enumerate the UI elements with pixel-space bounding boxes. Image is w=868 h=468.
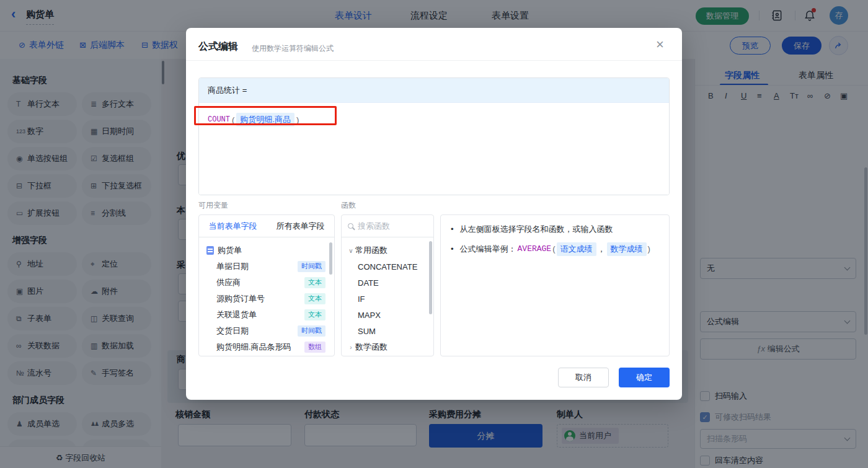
variable-item[interactable]: 源购货订单号文本 (199, 291, 334, 307)
functions-panel: ∨常用函数 CONCATENATE DATE IF MAPX SUM ›数学函数… (341, 214, 434, 356)
function-item[interactable]: DATE (342, 275, 433, 291)
type-badge: 文本 (304, 277, 326, 288)
function-search (342, 215, 433, 237)
equals-sign: = (242, 86, 247, 95)
function-group-math[interactable]: ›数学函数 (342, 339, 433, 355)
type-badge: 时间戳 (298, 325, 326, 336)
formula-target-field: 商品统计 (208, 85, 240, 96)
close-icon[interactable]: × (656, 37, 664, 53)
function-item[interactable]: IF (342, 291, 433, 307)
type-badge: 时间戳 (298, 261, 326, 272)
variable-item[interactable]: 供应商文本 (199, 275, 334, 291)
variables-panel: 当前表单字段 所有表单字段 购货单 单据日期时间戳 供应商文本 源购货订单号文本… (198, 214, 335, 356)
red-annotation-box (194, 106, 337, 125)
confirm-button[interactable]: 确定 (619, 368, 670, 387)
cancel-button[interactable]: 取消 (558, 368, 609, 387)
tip-line-1: •从左侧面板选择字段名和函数，或输入函数 (451, 224, 659, 235)
variables-section-label: 可用变量 (198, 200, 228, 211)
variable-item[interactable]: 交货日期时间戳 (199, 323, 334, 339)
formula-edit-modal: 公式编辑 使用数学运算符编辑公式 × 商品统计 = COUNT( 购货明细.商品… (186, 28, 682, 400)
modal-subtitle: 使用数学运算符编辑公式 (252, 43, 334, 54)
functions-scrollbar[interactable] (429, 241, 432, 314)
caret-right-icon: › (347, 344, 355, 351)
variable-item[interactable]: 购货明细.商品条形码数组 (199, 339, 334, 355)
function-item[interactable]: SUM (342, 323, 433, 339)
bullet-icon: • (451, 244, 454, 255)
divider (186, 60, 682, 61)
app-window: ‹ 购货单 表单设计 流程设定 表单设置 数据管理 存 ⊘表单外链 ⊠后端脚本 … (0, 0, 868, 468)
variable-item[interactable]: 关联退货单文本 (199, 307, 334, 323)
function-group-text[interactable]: ›文本函数 (342, 355, 433, 356)
document-icon (206, 246, 214, 255)
tab-all-form-fields[interactable]: 所有表单字段 (267, 221, 334, 232)
caret-down-icon: ∨ (347, 247, 355, 254)
function-search-input[interactable] (358, 221, 420, 231)
functions-section-label: 函数 (341, 200, 356, 211)
bullet-icon: • (451, 224, 454, 235)
variable-root-node[interactable]: 购货单 (199, 242, 334, 258)
variables-scrollbar[interactable] (329, 242, 332, 275)
type-badge: 数组 (304, 342, 326, 352)
tip-line-2: •公式编辑举例：AVERAGE( 语文成绩， 数学成绩 ) (451, 242, 659, 256)
search-icon (348, 223, 353, 229)
function-group-common[interactable]: ∨常用函数 (342, 242, 433, 258)
formula-tips-panel: •从左侧面板选择字段名和函数，或输入函数 •公式编辑举例：AVERAGE( 语文… (440, 214, 670, 356)
variables-tabs: 当前表单字段 所有表单字段 (199, 215, 334, 237)
tab-current-form-fields[interactable]: 当前表单字段 (199, 221, 267, 232)
type-badge: 文本 (304, 293, 326, 304)
modal-title: 公式编辑 (198, 40, 238, 53)
type-badge: 文本 (304, 309, 326, 320)
function-item[interactable]: CONCATENATE (342, 258, 433, 275)
formula-editor: 商品统计 = COUNT( 购货明细.商品 ) (198, 77, 670, 195)
variable-item[interactable]: 单据日期时间戳 (199, 258, 334, 275)
formula-target-bar: 商品统计 = (199, 78, 669, 103)
function-item[interactable]: MAPX (342, 307, 433, 323)
